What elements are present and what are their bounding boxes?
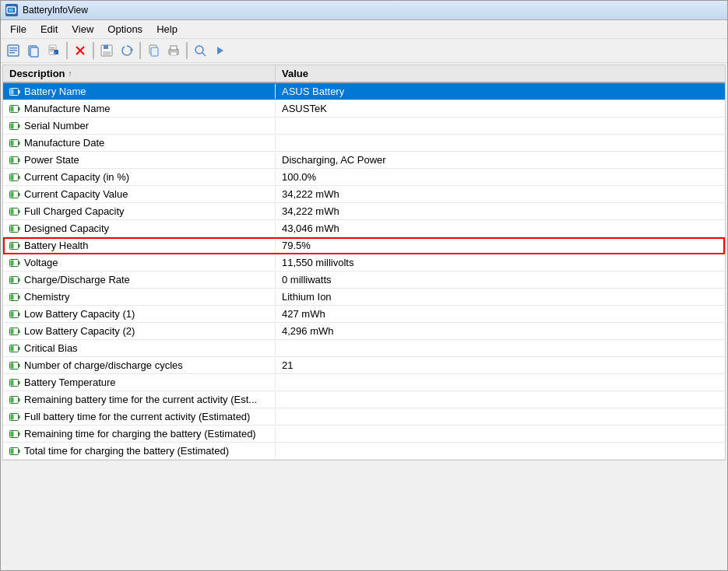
- svg-rect-22: [151, 47, 158, 56]
- menu-options[interactable]: Options: [101, 22, 149, 37]
- table-row[interactable]: Remaining battery time for the current a…: [3, 391, 725, 408]
- table-row[interactable]: Current Capacity Value34,222 mWh: [3, 186, 725, 203]
- row-label-charge-discharge-cycles: Number of charge/discharge cycles: [24, 359, 183, 371]
- svg-rect-73: [18, 330, 20, 333]
- title-bar: BatteryInfoView: [1, 1, 727, 20]
- battery-icon: [9, 447, 20, 455]
- row-desc-serial-number: Serial Number: [3, 118, 276, 133]
- svg-rect-10: [50, 47, 55, 48]
- table-row[interactable]: Remaining time for charging the battery …: [3, 426, 725, 443]
- row-desc-low-battery-capacity-1: Low Battery Capacity (1): [3, 307, 276, 321]
- svg-rect-78: [11, 363, 14, 368]
- table-row[interactable]: Critical Bias: [3, 340, 725, 357]
- svg-rect-4: [9, 47, 17, 49]
- col-header-desc[interactable]: Description ↑: [3, 65, 276, 82]
- battery-icon: [9, 139, 20, 147]
- svg-rect-79: [18, 364, 20, 367]
- svg-text:i: i: [55, 51, 55, 55]
- toolbar-copy-btn[interactable]: [144, 41, 163, 60]
- battery-icon: [9, 310, 20, 318]
- row-label-battery-health: Battery Health: [24, 240, 88, 251]
- table-row[interactable]: Power StateDischarging, AC Power: [3, 152, 725, 169]
- svg-rect-69: [11, 311, 14, 317]
- row-label-voltage: Voltage: [24, 257, 58, 268]
- row-label-remaining-current: Remaining battery time for the current a…: [24, 394, 257, 405]
- table-row[interactable]: Serial Number: [3, 117, 725, 135]
- row-label-full-current: Full battery time for the current activi…: [24, 411, 250, 422]
- svg-rect-49: [18, 193, 20, 196]
- table-row[interactable]: Number of charge/discharge cycles21: [3, 357, 725, 374]
- row-label-charge-discharge-rate: Charge/Discharge Rate: [24, 274, 130, 286]
- svg-rect-2: [15, 9, 16, 11]
- svg-rect-75: [11, 345, 14, 351]
- row-value-voltage: 11,550 millivolts: [276, 255, 725, 270]
- row-label-remaining-charging: Remaining time for charging the battery …: [24, 428, 256, 440]
- toolbar-delete-btn[interactable]: [71, 41, 90, 60]
- svg-rect-54: [11, 226, 14, 231]
- row-label-power-state: Power State: [24, 154, 79, 166]
- table-row[interactable]: ChemistryLithium Ion: [3, 289, 725, 306]
- svg-rect-76: [18, 347, 20, 350]
- svg-rect-66: [11, 294, 14, 300]
- table-body: Battery NameASUS Battery Manufacture Nam…: [3, 83, 725, 460]
- data-table: Description ↑ Value Battery NameASUS Bat…: [2, 65, 726, 461]
- row-desc-manufacture-name: Manufacture Name: [3, 101, 276, 116]
- table-row[interactable]: Battery Temperature: [3, 374, 725, 391]
- toolbar-sep-3: [139, 42, 141, 59]
- svg-rect-46: [18, 176, 20, 179]
- toolbar-search-btn[interactable]: [191, 41, 209, 60]
- row-label-total-charging: Total time for charging the battery (Est…: [24, 445, 229, 457]
- menu-edit[interactable]: Edit: [34, 22, 64, 37]
- battery-icon: [9, 413, 20, 421]
- table-row[interactable]: Current Capacity (in %)100.0%: [3, 169, 725, 186]
- toolbar-report-btn[interactable]: i: [44, 41, 63, 60]
- svg-rect-42: [11, 157, 14, 163]
- main-window: BatteryInfoView File Edit View Options H…: [0, 0, 728, 571]
- row-value-full-current: [276, 415, 725, 419]
- menu-help[interactable]: Help: [150, 22, 184, 37]
- table-row[interactable]: Designed Capacity43,046 mWh: [3, 220, 725, 237]
- row-label-low-battery-capacity-2: Low Battery Capacity (2): [24, 325, 135, 337]
- svg-rect-58: [18, 244, 20, 247]
- toolbar-next-btn[interactable]: [211, 41, 230, 60]
- svg-rect-84: [11, 397, 14, 402]
- table-row[interactable]: Battery NameASUS Battery: [3, 83, 725, 100]
- toolbar-print-btn[interactable]: [164, 41, 183, 60]
- table-row[interactable]: Manufacture NameASUSTeK: [3, 100, 725, 117]
- svg-marker-28: [217, 47, 223, 54]
- battery-icon: [9, 345, 20, 352]
- row-desc-chemistry: Chemistry: [3, 289, 276, 304]
- table-row[interactable]: Full Charged Capacity34,222 mWh: [3, 203, 725, 220]
- row-desc-charge-discharge-rate: Charge/Discharge Rate: [3, 272, 276, 287]
- table-row[interactable]: Battery Health79.5%: [3, 237, 725, 254]
- row-value-low-battery-capacity-1: 427 mWh: [276, 307, 725, 321]
- table-row[interactable]: Manufacture Date: [3, 135, 725, 152]
- row-desc-full-current: Full battery time for the current activi…: [3, 409, 276, 424]
- row-desc-low-battery-capacity-2: Low Battery Capacity (2): [3, 324, 276, 338]
- table-row[interactable]: Full battery time for the current activi…: [3, 408, 725, 426]
- toolbar-refresh-btn[interactable]: [118, 41, 136, 60]
- row-value-serial-number: [276, 124, 725, 128]
- table-row[interactable]: Charge/Discharge Rate0 milliwatts: [3, 271, 725, 289]
- toolbar-copy-html-btn[interactable]: [24, 41, 43, 60]
- row-label-current-capacity-value: Current Capacity Value: [24, 188, 128, 200]
- toolbar: i: [1, 39, 727, 63]
- menu-view[interactable]: View: [65, 22, 100, 37]
- table-row[interactable]: Low Battery Capacity (2)4,296 mWh: [3, 323, 725, 340]
- table-row[interactable]: Low Battery Capacity (1)427 mWh: [3, 306, 725, 323]
- svg-rect-40: [18, 142, 20, 145]
- svg-rect-11: [50, 49, 55, 50]
- col-header-value[interactable]: Value: [276, 65, 725, 82]
- menu-file[interactable]: File: [4, 22, 33, 37]
- row-value-designed-capacity: 43,046 mWh: [276, 221, 725, 236]
- toolbar-properties-btn[interactable]: [4, 41, 23, 60]
- row-desc-charge-discharge-cycles: Number of charge/discharge cycles: [3, 358, 276, 373]
- table-row[interactable]: Total time for charging the battery (Est…: [3, 443, 725, 460]
- svg-rect-57: [11, 243, 14, 248]
- svg-rect-60: [11, 260, 14, 265]
- svg-rect-18: [104, 45, 108, 49]
- battery-icon: [9, 362, 20, 370]
- toolbar-save-btn[interactable]: [97, 41, 116, 60]
- row-value-charge-discharge-cycles: 21: [276, 358, 725, 373]
- table-row[interactable]: Voltage11,550 millivolts: [3, 254, 725, 271]
